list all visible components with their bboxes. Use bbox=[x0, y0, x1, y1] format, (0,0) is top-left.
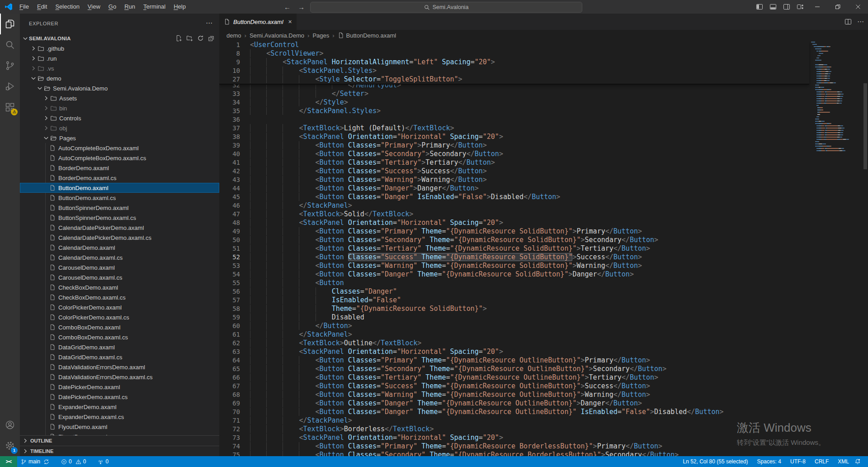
tree-item--github[interactable]: .github bbox=[20, 43, 219, 53]
code-line-8[interactable]: 8 <ScrollViewer> bbox=[219, 49, 809, 58]
account-icon[interactable] bbox=[0, 415, 20, 435]
tree-item-datagriddemo-axaml-cs[interactable]: DataGridDemo.axaml.cs bbox=[20, 352, 219, 362]
menu-edit[interactable]: Edit bbox=[33, 0, 51, 14]
split-editor-icon[interactable] bbox=[844, 18, 852, 25]
command-center-search[interactable]: Semi.Avalonia bbox=[310, 2, 582, 13]
tree-item-carouseldemo-axaml[interactable]: CarouselDemo.axaml bbox=[20, 262, 219, 272]
tree-item-colorpickerdemo-axaml[interactable]: ColorPickerDemo.axaml bbox=[20, 302, 219, 312]
tree-item-checkboxdemo-axaml[interactable]: CheckBoxDemo.axaml bbox=[20, 282, 219, 292]
git-branch-item[interactable]: main bbox=[18, 456, 52, 467]
tab-close-icon[interactable]: × bbox=[288, 18, 292, 25]
tree-item-calendardatepickerdemo-axaml-cs[interactable]: CalendarDatePickerDemo.axaml.cs bbox=[20, 233, 219, 243]
restore-button[interactable] bbox=[827, 0, 848, 14]
indentation-setting[interactable]: Spaces: 4 bbox=[755, 456, 784, 467]
code-line-40[interactable]: 40 <Button Classes="Secondary">Secondary… bbox=[219, 150, 809, 158]
tree-item-assets[interactable]: Assets bbox=[20, 93, 219, 103]
explorer-icon[interactable] bbox=[0, 14, 20, 34]
code-line-68[interactable]: 68 <Button Classes="Warning" Theme="{Dyn… bbox=[219, 391, 809, 399]
collapse-folders-icon[interactable] bbox=[208, 35, 215, 42]
tree-item-bin[interactable]: bin bbox=[20, 103, 219, 113]
code-line-70[interactable]: 70 <Button Classes="Danger" Theme="{Dyna… bbox=[219, 408, 809, 416]
editor-scrollbar[interactable] bbox=[863, 83, 867, 169]
search-sidebar-icon[interactable] bbox=[0, 34, 20, 55]
code-line-73[interactable]: 73 <StackPanel Orientation="Horizontal" … bbox=[219, 434, 809, 442]
tree-item-datepickerdemo-axaml-cs[interactable]: DatePickerDemo.axaml.cs bbox=[20, 392, 219, 402]
close-window-button[interactable] bbox=[848, 0, 868, 14]
code-line-48[interactable]: 48 <StackPanel Orientation="Horizontal" … bbox=[219, 219, 809, 227]
code-line-55[interactable]: 55 <Button bbox=[219, 279, 809, 287]
code-line-50[interactable]: 50 <Button Classes="Secondary" Theme="{D… bbox=[219, 236, 809, 244]
notifications-bell-icon[interactable] bbox=[852, 456, 863, 467]
tree-item-autocompleteboxdemo-axaml[interactable]: AutoCompleteBoxDemo.axaml bbox=[20, 143, 219, 153]
breadcrumb-item[interactable]: demo bbox=[226, 32, 241, 39]
tree-item--vs[interactable]: .vs bbox=[20, 63, 219, 73]
code-line-37[interactable]: 37 <TextBlock>Light (Default)</TextBlock… bbox=[219, 124, 809, 133]
tree-item-carouseldemo-axaml-cs[interactable]: CarouselDemo.axaml.cs bbox=[20, 272, 219, 282]
code-line-46[interactable]: 46 </StackPanel> bbox=[219, 201, 809, 210]
tree-item-semi-avalonia-demo[interactable]: Semi.Avalonia.Demo bbox=[20, 83, 219, 93]
tree-item-obj[interactable]: obj bbox=[20, 123, 219, 133]
extensions-icon[interactable]: ⚠ bbox=[0, 97, 20, 118]
tree-item-controls[interactable]: Controls bbox=[20, 113, 219, 123]
code-line-67[interactable]: 67 <Button Classes="Success" Theme="{Dyn… bbox=[219, 382, 809, 391]
tree-item-comboboxdemo-axaml[interactable]: ComboBoxDemo.axaml bbox=[20, 322, 219, 332]
refresh-explorer-icon[interactable] bbox=[197, 35, 204, 42]
code-line-49[interactable]: 49 <Button Classes="Primary" Theme="{Dyn… bbox=[219, 227, 809, 236]
code-line-74[interactable]: 74 <Button Classes="Primary" Theme="{Dyn… bbox=[219, 442, 809, 451]
tree-item-calendardatepickerdemo-axaml[interactable]: CalendarDatePickerDemo.axaml bbox=[20, 223, 219, 233]
tree-item-semi-avalonia[interactable]: SEMI.AVALONIA bbox=[20, 33, 219, 43]
code-line-75[interactable]: 75 <Button Classes="Secondary" Theme="{D… bbox=[219, 451, 809, 456]
menu-go[interactable]: Go bbox=[104, 0, 120, 14]
forward-icon[interactable]: → bbox=[298, 3, 305, 11]
menu-view[interactable]: View bbox=[84, 0, 104, 14]
problems-item[interactable]: 0 0 bbox=[58, 456, 89, 467]
tree-item-comboboxdemo-axaml-cs[interactable]: ComboBoxDemo.axaml.cs bbox=[20, 332, 219, 342]
tree-item-buttondemo-axaml[interactable]: ButtonDemo.axaml bbox=[20, 183, 219, 193]
tree-item-calendardemo-axaml-cs[interactable]: CalendarDemo.axaml.cs bbox=[20, 253, 219, 262]
tree-item-borderdemo-axaml-cs[interactable]: BorderDemo.axaml.cs bbox=[20, 173, 219, 183]
code-line-52[interactable]: 52 <Button Classes="Success" Theme="{Dyn… bbox=[219, 253, 809, 262]
tree-item-expanderdemo-axaml-cs[interactable]: ExpanderDemo.axaml.cs bbox=[20, 412, 219, 422]
code-line-38[interactable]: 38 <StackPanel Orientation="Horizontal" … bbox=[219, 133, 809, 141]
tree-item-datavalidationerrorsdemo-axaml[interactable]: DataValidationErrorsDemo.axaml bbox=[20, 362, 219, 372]
code-line-59[interactable]: 59 Disabled bbox=[219, 313, 809, 322]
code-line-72[interactable]: 72 <TextBlock>Borderless</TextBlock> bbox=[219, 425, 809, 434]
tree-item-buttonspinnerdemo-axaml-cs[interactable]: ButtonSpinnerDemo.axaml.cs bbox=[20, 213, 219, 223]
source-control-icon[interactable] bbox=[0, 55, 20, 76]
code-line-71[interactable]: 71 </StackPanel> bbox=[219, 416, 809, 425]
code-line-33[interactable]: 33 </Setter> bbox=[219, 90, 809, 98]
code-line-54[interactable]: 54 <Button Classes="Danger" Theme="{Dyna… bbox=[219, 270, 809, 279]
menu-selection[interactable]: Selection bbox=[51, 0, 83, 14]
code-line-45[interactable]: 45 <Button Classes="Danger" IsEnabled="F… bbox=[219, 193, 809, 201]
code-line-65[interactable]: 65 <Button Classes="Secondary" Theme="{D… bbox=[219, 365, 809, 373]
toggle-secondary-sidebar-icon[interactable] bbox=[780, 0, 793, 14]
tree-item-autocompleteboxdemo-axaml-cs[interactable]: AutoCompleteBoxDemo.axaml.cs bbox=[20, 153, 219, 163]
settings-gear-icon[interactable]: 1 bbox=[0, 435, 20, 456]
code-line-69[interactable]: 69 <Button Classes="Danger" Theme="{Dyna… bbox=[219, 399, 809, 408]
tree-item--run[interactable]: .run bbox=[20, 53, 219, 63]
code-line-61[interactable]: 61 </StackPanel> bbox=[219, 330, 809, 339]
section-timeline[interactable]: TIMELINE bbox=[20, 446, 219, 456]
tree-item-colorpickerdemo-axaml-cs[interactable]: ColorPickerDemo.axaml.cs bbox=[20, 312, 219, 322]
back-icon[interactable]: ← bbox=[284, 3, 291, 11]
section-outline[interactable]: OUTLINE bbox=[20, 435, 219, 446]
menu-file[interactable]: File bbox=[15, 0, 33, 14]
code-line-41[interactable]: 41 <Button Classes="Tertiary">Tertiary</… bbox=[219, 158, 809, 167]
eol-setting[interactable]: CRLF bbox=[812, 456, 831, 467]
tree-item-datepickerdemo-axaml[interactable]: DatePickerDemo.axaml bbox=[20, 382, 219, 392]
menu-run[interactable]: Run bbox=[120, 0, 139, 14]
minimize-button[interactable] bbox=[807, 0, 827, 14]
remote-indicator[interactable]: >< bbox=[0, 456, 17, 467]
code-line-62[interactable]: 62 <TextBlock>Outline</TextBlock> bbox=[219, 339, 809, 348]
tree-item-calendardemo-axaml[interactable]: CalendarDemo.axaml bbox=[20, 243, 219, 253]
encoding-setting[interactable]: UTF-8 bbox=[788, 456, 808, 467]
code-line-43[interactable]: 43 <Button Classes="Warning">Warning</Bu… bbox=[219, 176, 809, 184]
language-mode[interactable]: XML bbox=[835, 456, 852, 467]
tree-item-flyoutdemo-axaml[interactable]: FlyoutDemo.axaml bbox=[20, 422, 219, 432]
code-line-56[interactable]: 56 Classes="Danger" bbox=[219, 287, 809, 296]
code-line-53[interactable]: 53 <Button Classes="Warning" Theme="{Dyn… bbox=[219, 262, 809, 270]
code-line-42[interactable]: 42 <Button Classes="Success">Success</Bu… bbox=[219, 167, 809, 176]
code-line-10[interactable]: 10 <StackPanel.Styles> bbox=[219, 67, 809, 75]
tree-item-datagriddemo-axaml[interactable]: DataGridDemo.axaml bbox=[20, 342, 219, 352]
toggle-sidebar-icon[interactable] bbox=[753, 0, 766, 14]
